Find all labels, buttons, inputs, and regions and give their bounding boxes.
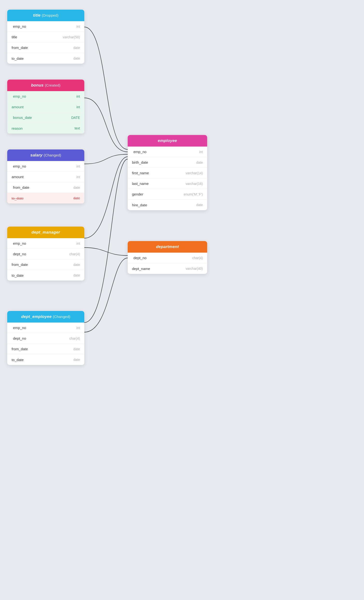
table-row: to_date date bbox=[7, 354, 84, 365]
table-row: to_date date bbox=[7, 270, 84, 281]
table-salary: salary (Changed) emp_no int amount int bbox=[7, 150, 84, 204]
table-employee: employee emp_no int birth_date date firs… bbox=[128, 135, 207, 210]
table-row: from_date date bbox=[7, 42, 84, 53]
table-row: last_name varchar(16) bbox=[128, 178, 207, 189]
table-department-header: department bbox=[128, 241, 207, 253]
table-row: dept_no char(4) bbox=[128, 253, 207, 263]
table-row: from_date date bbox=[7, 344, 84, 354]
table-title-header: title (Dropped) bbox=[7, 10, 84, 21]
diagram-container: title (Dropped) emp_no int title varchar… bbox=[0, 0, 364, 600]
table-row: emp_no int bbox=[128, 147, 207, 157]
table-bonus-header: bonus (Created) bbox=[7, 80, 84, 91]
table-dept-employee-body: emp_no int dept_no char(4) from_date dat… bbox=[7, 323, 84, 365]
table-row: from_date date bbox=[7, 259, 84, 270]
table-bonus-body: emp_no int amount int bonus_date DATE re… bbox=[7, 91, 84, 133]
table-dept-manager-body: emp_no int dept_no char(4) from_date dat… bbox=[7, 238, 84, 281]
table-row: to_date date bbox=[7, 193, 84, 204]
table-row: gender enum('M','F') bbox=[128, 189, 207, 200]
table-row: birth_date date bbox=[128, 157, 207, 168]
table-row: from_date date bbox=[7, 182, 84, 193]
table-dept-employee-header: dept_employee (Changed) bbox=[7, 311, 84, 323]
table-row: emp_no int bbox=[7, 161, 84, 172]
table-row: emp_no int bbox=[7, 91, 84, 102]
table-row: title varchar(50) bbox=[7, 32, 84, 42]
table-row: bonus_date DATE bbox=[7, 112, 84, 123]
table-row: to_date date bbox=[7, 53, 84, 64]
table-dept-manager: dept_manager emp_no int dept_no bbox=[7, 227, 84, 281]
table-bonus: bonus (Created) emp_no int amount int bbox=[7, 80, 84, 133]
table-row: dept_no char(4) bbox=[7, 249, 84, 259]
table-row: amount int bbox=[7, 172, 84, 182]
table-row: emp_no int bbox=[7, 323, 84, 333]
table-salary-body: emp_no int amount int from_date date to_… bbox=[7, 161, 84, 204]
table-title: title (Dropped) emp_no int title varchar… bbox=[7, 10, 84, 64]
table-employee-header: employee bbox=[128, 135, 207, 147]
table-title-body: emp_no int title varchar(50) from_date d… bbox=[7, 21, 84, 64]
table-row: emp_no int bbox=[7, 238, 84, 249]
table-row: hire_date date bbox=[128, 200, 207, 210]
table-row: emp_no int bbox=[7, 21, 84, 32]
table-row: dept_no char(4) bbox=[7, 333, 84, 344]
table-dept-employee: dept_employee (Changed) emp_no int de bbox=[7, 311, 84, 365]
table-department: department dept_no char(4) dept_name var… bbox=[128, 241, 207, 274]
table-dept-manager-header: dept_manager bbox=[7, 227, 84, 238]
table-row: amount int bbox=[7, 102, 84, 112]
table-row: dept_name varchar(40) bbox=[128, 263, 207, 274]
table-department-body: dept_no char(4) dept_name varchar(40) bbox=[128, 253, 207, 274]
table-employee-body: emp_no int birth_date date first_name va… bbox=[128, 147, 207, 210]
table-row: reason text bbox=[7, 123, 84, 133]
table-row: first_name varchar(14) bbox=[128, 168, 207, 178]
table-salary-header: salary (Changed) bbox=[7, 150, 84, 161]
